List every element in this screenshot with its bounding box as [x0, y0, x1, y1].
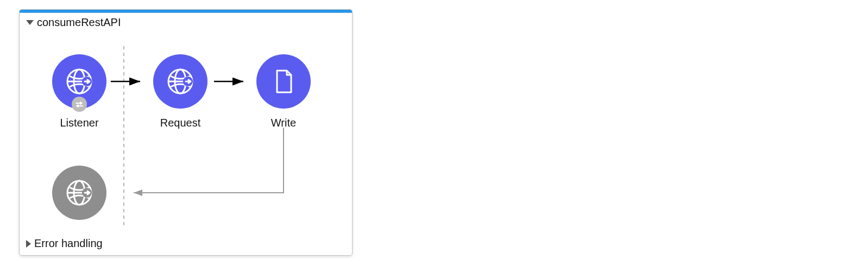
error-handling-label: Error handling — [34, 237, 103, 250]
svg-point-4 — [74, 70, 85, 93]
error-handling-header[interactable]: Error handling — [20, 233, 352, 255]
svg-point-7 — [168, 70, 192, 93]
request-label: Request — [148, 117, 213, 129]
flow-canvas[interactable]: Listener Request — [20, 30, 352, 231]
caret-right-icon — [26, 240, 31, 248]
http-request-icon — [164, 65, 197, 98]
svg-point-11 — [67, 181, 91, 205]
write-node[interactable] — [256, 54, 311, 109]
http-response-icon — [63, 176, 96, 209]
response-node[interactable] — [52, 166, 106, 220]
svg-point-8 — [175, 70, 186, 93]
exchange-badge-icon — [72, 97, 87, 112]
svg-point-14 — [82, 188, 92, 198]
caret-down-icon — [26, 20, 34, 25]
listener-node[interactable] — [52, 54, 106, 109]
request-node[interactable] — [153, 54, 207, 109]
http-listener-icon — [63, 65, 96, 98]
flow-panel: consumeRestAPI — [20, 10, 352, 255]
svg-point-3 — [67, 70, 91, 93]
listener-label: Listener — [47, 117, 112, 129]
svg-point-12 — [74, 181, 85, 205]
file-write-icon — [267, 65, 300, 98]
svg-point-10 — [183, 77, 193, 86]
flow-header[interactable]: consumeRestAPI — [20, 13, 352, 30]
flow-title: consumeRestAPI — [37, 16, 121, 29]
svg-point-6 — [82, 77, 92, 86]
write-label: Write — [251, 117, 316, 129]
